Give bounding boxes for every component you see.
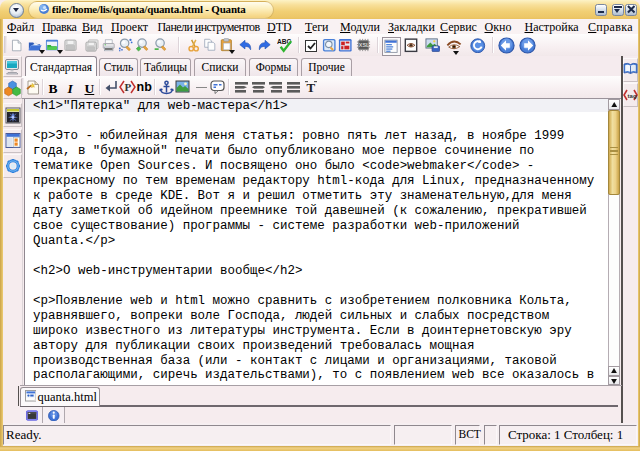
svg-text:P: P bbox=[125, 81, 132, 93]
svg-text:XSL: XSL bbox=[359, 42, 370, 48]
svg-text:tag: tag bbox=[627, 93, 636, 99]
